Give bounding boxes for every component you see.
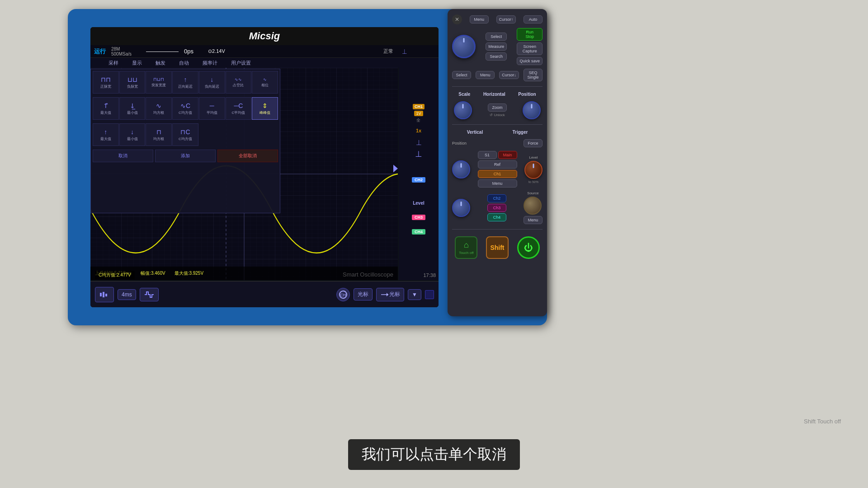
unlock-label: ↺ Unlock bbox=[490, 113, 505, 117]
cancel-single-btn[interactable]: 取消 bbox=[93, 150, 153, 162]
shift-btn[interactable]: Shift bbox=[486, 236, 509, 259]
add-meas-btn[interactable]: 添加 bbox=[155, 150, 216, 162]
meas-pp[interactable]: ⇕ 峰峰值 bbox=[252, 97, 278, 120]
power-btn[interactable]: ⏻ bbox=[517, 236, 540, 259]
scale-label: Scale bbox=[458, 92, 470, 97]
ch2-ctrl-btn[interactable]: Ch2 bbox=[487, 194, 506, 202]
ch3-ctrl-btn[interactable]: Ch3 bbox=[487, 204, 506, 212]
toolbar-4ms-btn[interactable]: 4ms bbox=[118, 289, 136, 300]
measurement-panel[interactable]: ⊓⊓ 正脉宽 ⊔⊔ 负脉宽 ⊓⊔⊓ 突发宽度 ↑ 正向延迟 bbox=[90, 69, 280, 213]
vert-trig-header: Vertical Trigger bbox=[452, 130, 542, 135]
ch1-ctrl-btn[interactable]: Ch1 bbox=[478, 170, 517, 178]
meas-min2[interactable]: ↓ 最小值 bbox=[119, 123, 146, 146]
time-per-div: 4ms bbox=[122, 291, 132, 298]
svg-rect-6 bbox=[100, 293, 102, 296]
meas-cell-extra1[interactable]: ∿∿ 占空比 bbox=[226, 71, 252, 94]
measure-btn[interactable]: Measure bbox=[486, 42, 507, 51]
horizontal-header: Scale Horizontal Position bbox=[452, 92, 542, 97]
ch4-label: CH4 bbox=[412, 229, 425, 235]
timebase-value: —————— bbox=[146, 48, 179, 55]
toolbar-cursor1-btn[interactable]: 光标 bbox=[354, 288, 373, 300]
menu-freqcount[interactable]: 频率计 bbox=[203, 60, 217, 66]
meas-cell-period[interactable]: ⊓⊓ 正脉宽 bbox=[93, 71, 119, 94]
meas-cavg[interactable]: ─C C平均值 bbox=[226, 97, 252, 120]
cursor-top-btn[interactable]: Cursor↑ bbox=[496, 15, 516, 23]
menu-bottom-btn[interactable]: Menu bbox=[476, 71, 495, 79]
menu-usersettings[interactable]: 用户设置 bbox=[231, 60, 251, 66]
meas-cell-pos-delay[interactable]: ↑ 正向延迟 bbox=[172, 71, 198, 94]
source-knob[interactable] bbox=[524, 197, 542, 215]
toolbar-cursor2-btn[interactable]: 光标 bbox=[376, 288, 404, 301]
meas-cell-burst[interactable]: ⊓⊔⊓ 突发宽度 bbox=[146, 71, 172, 94]
toolbar-chevron-btn[interactable]: ▼ bbox=[408, 289, 421, 300]
meas-max[interactable]: ↑̂ 最大值 bbox=[93, 97, 119, 120]
search-btn[interactable]: Search bbox=[486, 52, 507, 61]
bottom-btn-row[interactable]: ⌂ Touch off Shift ⏻ bbox=[452, 236, 542, 259]
meas-avg[interactable]: ─ 平均值 bbox=[199, 97, 225, 120]
menu-bar[interactable]: 采样 显示 触发 自动 频率计 用户设置 bbox=[90, 58, 439, 68]
position-knob[interactable] bbox=[523, 101, 541, 119]
meas-min[interactable]: ↓̲ 最小值 bbox=[119, 97, 146, 120]
meas-crms[interactable]: ∿C C均方值 bbox=[172, 97, 198, 120]
select-bottom-btn[interactable]: Select bbox=[452, 71, 471, 79]
meas-rms[interactable]: ∿ 均方根 bbox=[146, 97, 172, 120]
quick-save-btn[interactable]: Quick save bbox=[517, 57, 542, 65]
main-knob-top[interactable] bbox=[452, 35, 476, 58]
meas-max2[interactable]: ↑ 最大值 bbox=[93, 123, 119, 146]
menu-display[interactable]: 显示 bbox=[132, 60, 142, 66]
toolbar-pulse-btn[interactable] bbox=[140, 288, 159, 301]
probe-1x: 1x bbox=[416, 128, 421, 133]
menu-trigger[interactable]: 触发 bbox=[156, 60, 165, 66]
stat-crms: C均方值:2.477V bbox=[95, 271, 135, 279]
cursor-bottom-btn[interactable]: Cursor↓ bbox=[499, 71, 519, 79]
menu-top-btn[interactable]: Menu bbox=[470, 15, 489, 23]
ch1-group: CH1 1V 全 bbox=[413, 104, 425, 123]
meas-empty3 bbox=[252, 123, 278, 146]
position-v-knob[interactable] bbox=[452, 160, 470, 178]
channel-labels: CH1 1V 全 1x ⟂ ⊥ CH2 Level CH3 CH4 bbox=[399, 68, 439, 280]
cancel-all-btn[interactable]: 全部取消 bbox=[217, 150, 278, 162]
zoom-btn[interactable]: Zoom bbox=[488, 103, 507, 112]
oscilloscope-screen: Micsig 运行 28M500MSa/s —————— 0ps ⊙2.14V … bbox=[90, 27, 439, 307]
force-btn[interactable]: Force bbox=[524, 139, 542, 147]
meas-cell-extra2[interactable]: ∿ 相位 bbox=[252, 71, 278, 94]
select-top-btn[interactable]: Select bbox=[486, 33, 507, 41]
ch1-voltage: 1V bbox=[414, 111, 423, 116]
position-label: Position bbox=[518, 92, 536, 97]
meas-cell-neg-pulse[interactable]: ⊔⊔ 负脉宽 bbox=[119, 71, 146, 94]
menu-sample[interactable]: 采样 bbox=[108, 60, 118, 66]
close-x-btn[interactable]: ✕ bbox=[452, 14, 462, 24]
horizontal-label: Horizontal bbox=[483, 92, 505, 97]
right-btns-2: RunStop ScreenCapture Quick save bbox=[517, 28, 542, 65]
seq-single-btn[interactable]: SEQSingle bbox=[524, 69, 542, 81]
run-stop-btn[interactable]: RunStop bbox=[517, 28, 542, 41]
svg-text:CH: CH bbox=[340, 293, 346, 297]
meas-grid-row2: ↑̂ 最大值 ↓̲ 最小值 ∿ 均方根 ∿C C均方值 bbox=[91, 95, 280, 122]
meas-csqwave[interactable]: ⊓C C均方值 bbox=[172, 123, 198, 146]
ch4-ctrl-btn[interactable]: Ch4 bbox=[487, 213, 506, 221]
menu-t-btn[interactable]: Menu bbox=[524, 216, 542, 224]
meas-cell-neg-delay[interactable]: ↓ 负向延迟 bbox=[199, 71, 225, 94]
scale-knob[interactable] bbox=[454, 101, 472, 119]
scale-v-knob[interactable] bbox=[452, 199, 470, 217]
brand-header: Micsig bbox=[90, 27, 439, 45]
toolbar-multi-icon[interactable] bbox=[95, 287, 114, 302]
ref-btn[interactable]: Ref bbox=[478, 160, 517, 169]
toolbar-round-btn[interactable]: CH bbox=[336, 288, 350, 301]
screen-capture-btn[interactable]: ScreenCapture bbox=[517, 42, 542, 55]
bottom-toolbar: 4ms CH 光标 光标 ▼ bbox=[90, 281, 439, 307]
meas-grid-row1: ⊓⊓ 正脉宽 ⊔⊔ 负脉宽 ⊓⊔⊓ 突发宽度 ↑ 正向延迟 bbox=[91, 69, 280, 95]
toolbar-settings-icon[interactable] bbox=[425, 290, 434, 299]
main-btn[interactable]: Main bbox=[498, 151, 517, 159]
level-knob[interactable] bbox=[524, 161, 542, 179]
trigger-icon: ⟂ bbox=[402, 47, 407, 56]
meas-grid-row3: ↑ 最大值 ↓ 最小值 ⊓ 均方根 ⊓C C均方值 bbox=[91, 122, 280, 148]
stat-amplitude: 幅值:3.460V bbox=[141, 270, 165, 277]
menu-v-btn[interactable]: Menu bbox=[478, 179, 517, 188]
home-touch-off-btn[interactable]: ⌂ Touch off bbox=[455, 236, 477, 259]
meas-sqwave[interactable]: ⊓ 均方根 bbox=[146, 123, 172, 146]
menu-auto[interactable]: 自动 bbox=[179, 60, 189, 66]
s1-btn[interactable]: S1 bbox=[478, 151, 497, 159]
auto-btn[interactable]: Auto bbox=[524, 15, 542, 23]
control-panel: ✕ Menu Cursor↑ Auto Select Measure Searc… bbox=[448, 9, 547, 316]
